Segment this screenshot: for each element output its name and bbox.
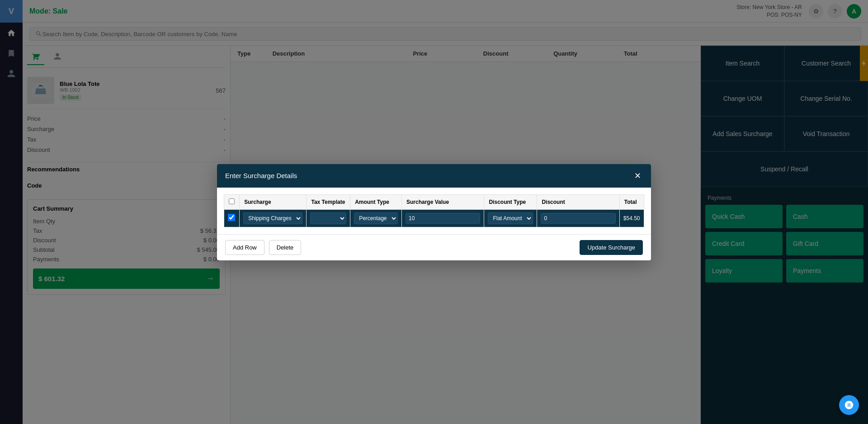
modal-close-button[interactable]: ✕	[632, 170, 643, 181]
surcharge-table-header-row: Surcharge Tax Template Amount Type Surch…	[224, 194, 644, 209]
discount-cell	[537, 209, 619, 227]
surcharge-value-cell	[402, 209, 484, 227]
update-surcharge-button[interactable]: Update Surcharge	[580, 240, 643, 255]
col-total-header: Total	[619, 194, 644, 209]
surcharge-row: Shipping ChargesHandling Fee Percentage …	[224, 209, 644, 227]
chat-fab-button[interactable]	[839, 395, 859, 415]
col-surcharge-header: Surcharge	[240, 194, 307, 209]
col-amount-type-header: Amount Type	[350, 194, 402, 209]
row-checkbox[interactable]	[228, 214, 235, 221]
surcharge-cell: Shipping ChargesHandling Fee	[240, 209, 307, 227]
surcharge-select[interactable]: Shipping ChargesHandling Fee	[243, 212, 302, 224]
surcharge-table: Surcharge Tax Template Amount Type Surch…	[224, 194, 644, 227]
modal-footer: Add Row Delete Update Surcharge	[217, 234, 651, 260]
col-checkbox	[224, 194, 240, 209]
add-row-button[interactable]: Add Row	[225, 240, 264, 255]
col-tax-template-header: Tax Template	[307, 194, 350, 209]
discount-type-select[interactable]: Flat Amount Percentage	[488, 212, 533, 224]
amount-type-select[interactable]: Percentage Fixed	[354, 212, 398, 224]
tax-template-select[interactable]	[310, 212, 346, 224]
surcharge-modal: Enter Surcharge Details ✕ Surcharge Tax …	[217, 164, 651, 260]
discount-input[interactable]	[541, 213, 615, 224]
modal-header: Enter Surcharge Details ✕	[217, 164, 651, 188]
modal-body: Surcharge Tax Template Amount Type Surch…	[217, 188, 651, 234]
delete-button[interactable]: Delete	[269, 240, 302, 255]
col-discount-header: Discount	[537, 194, 619, 209]
surcharge-value-input[interactable]	[406, 213, 480, 224]
select-all-checkbox[interactable]	[229, 198, 235, 204]
discount-type-cell: Flat Amount Percentage	[484, 209, 537, 227]
col-discount-type-header: Discount Type	[484, 194, 537, 209]
modal-title: Enter Surcharge Details	[225, 172, 297, 179]
modal-footer-left: Add Row Delete	[225, 240, 301, 255]
tax-template-cell	[307, 209, 350, 227]
row-checkbox-cell	[224, 209, 240, 227]
amount-type-cell: Percentage Fixed	[350, 209, 402, 227]
modal-overlay: Enter Surcharge Details ✕ Surcharge Tax …	[0, 0, 868, 424]
col-surcharge-value-header: Surcharge Value	[402, 194, 484, 209]
total-cell: $54.50	[619, 209, 644, 227]
